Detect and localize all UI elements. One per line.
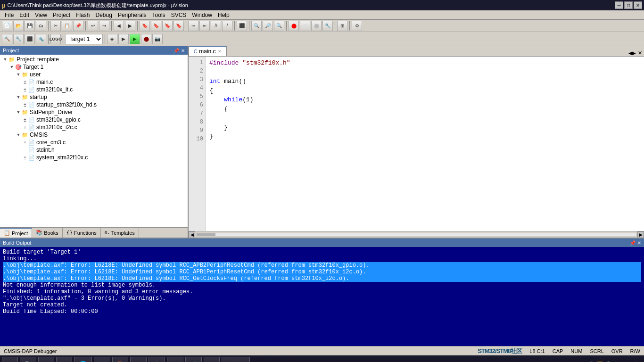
tree-item-stdint[interactable]: 📄 stdint.h [1, 146, 187, 154]
hscroll-track[interactable] [196, 233, 636, 237]
close-button[interactable]: ✕ [634, 1, 642, 9]
tb-uncomment[interactable]: / [222, 21, 232, 31]
tb-circle1[interactable]: ⬤ [300, 21, 310, 31]
tb-bookmark2[interactable]: 🔖 [151, 21, 161, 31]
tb-bookmark3[interactable]: 🔖 [162, 21, 173, 31]
menu-file[interactable]: File [2, 11, 17, 19]
editor-close-icon[interactable]: ✕ [638, 50, 642, 56]
menu-project[interactable]: Project [50, 11, 73, 19]
taskbar-app1[interactable]: 📧 [130, 357, 147, 362]
editor-tab-scroll-right[interactable]: ▶ [632, 50, 636, 56]
tree-item-gpio[interactable]: ± 📄 stm32f10x_gpio.c [1, 116, 187, 123]
tb-debug-more[interactable]: 🔧 [322, 21, 333, 31]
tb-run-red[interactable]: ⬤ [289, 21, 299, 31]
maximize-button[interactable]: □ [624, 1, 633, 9]
tab-books[interactable]: 📚 Books [32, 228, 63, 238]
menu-peripherals[interactable]: Peripherals [115, 11, 149, 19]
tree-expand-systemstm32[interactable]: ± [22, 155, 28, 160]
editor-tab-close[interactable]: ✕ [218, 49, 222, 54]
taskbar-app2[interactable]: 💬 [149, 357, 165, 362]
tab-templates[interactable]: 0ₐ Templates [101, 228, 139, 238]
tree-expand-gpio[interactable]: ± [22, 117, 28, 123]
tb-cut[interactable]: ✂ [50, 21, 61, 31]
menu-debug[interactable]: Debug [93, 11, 115, 19]
tb-unindent[interactable]: ⇤ [199, 21, 210, 31]
build-output-close[interactable]: ✕ [637, 240, 641, 246]
menu-window[interactable]: Window [189, 11, 215, 19]
tb-comment[interactable]: // [211, 21, 221, 31]
tb-debug-start[interactable]: ▶ [130, 34, 140, 44]
tb-new[interactable]: 📄 [2, 21, 12, 31]
search-button[interactable]: 🔍 [20, 357, 36, 362]
tree-expand-stdperiph[interactable]: ▼ [15, 110, 22, 115]
tree-item-target1[interactable]: ▼ 🎯 Target 1 [1, 63, 187, 71]
tree-expand-target1[interactable]: ▼ [8, 65, 15, 69]
editor-tab-scroll-left[interactable]: ◀ [628, 50, 632, 56]
taskbar-word[interactable]: W [94, 357, 110, 362]
tb-search2[interactable]: 🔎 [263, 21, 273, 31]
tb-t1[interactable]: ◈ [107, 34, 117, 44]
tb-indent[interactable]: ⇥ [188, 21, 198, 31]
tree-item-stm32-it[interactable]: ± 📄 stm32f10x_it.c [1, 86, 187, 93]
tb-bookmark[interactable]: 🔖 [140, 21, 150, 31]
tab-functions[interactable]: {} Functions [63, 228, 101, 238]
tb-saveall[interactable]: 🗂 [36, 21, 46, 31]
tb-logo[interactable]: LOGO [50, 34, 61, 44]
tree-item-main-c[interactable]: ± 📄 main.c [1, 78, 187, 86]
tb-search[interactable]: 🔍 [251, 21, 262, 31]
tb-build1[interactable]: 🔨 [2, 34, 12, 44]
tree-expand-cmsis[interactable]: ▼ [15, 132, 22, 137]
tb-undo[interactable]: ↩ [88, 21, 98, 31]
tb-windows[interactable]: ⊞ [337, 21, 347, 31]
menu-svcs[interactable]: SVCS [168, 11, 190, 19]
tb-camera[interactable]: 📷 [152, 34, 163, 44]
tree-item-startup-folder[interactable]: ▼ 📁 startup [1, 93, 187, 101]
menu-edit[interactable]: Edit [17, 11, 32, 19]
tb-forward[interactable]: ▶ [125, 21, 135, 31]
project-panel-close[interactable]: ✕ [181, 48, 185, 53]
taskbar-app5[interactable]: ⬟ [204, 357, 220, 362]
tree-item-i2c[interactable]: ± 📄 stm32f10x_i2c.c [1, 123, 187, 131]
tree-expand-user[interactable]: ▼ [15, 72, 22, 77]
tree-expand-i2c[interactable]: ± [22, 125, 28, 130]
taskbar-ppt[interactable]: P [112, 357, 128, 362]
tree-expand-root[interactable]: ▼ [2, 57, 8, 62]
tb-save[interactable]: 💾 [25, 21, 35, 31]
tree-expand-startupfile[interactable]: ± [22, 102, 28, 107]
build-output-pin[interactable]: 📌 [630, 240, 636, 246]
taskbar-app3[interactable]: 📷 [167, 357, 183, 362]
tb-search3[interactable]: 🔍 [274, 21, 284, 31]
tree-expand-startup[interactable]: ▼ [15, 95, 22, 99]
tree-item-project-root[interactable]: ▼ 📁 Project: template [1, 56, 187, 63]
tb-settings[interactable]: ⚙ [352, 21, 362, 31]
hscroll-thumb[interactable] [197, 233, 215, 236]
menu-view[interactable]: View [32, 11, 50, 19]
tree-expand-mainc[interactable]: ± [22, 80, 28, 85]
tb-bookmark4[interactable]: 🔖 [173, 21, 184, 31]
editor-tab-main-c[interactable]: C main.c ✕ [189, 46, 227, 56]
tree-item-core-cm3[interactable]: ± 📄 core_cm3.c [1, 139, 187, 146]
taskbar-uvision[interactable]: µVision [222, 357, 250, 362]
taskbar-edge[interactable]: 🌐 [74, 357, 92, 362]
tb-copy[interactable]: 📋 [62, 21, 72, 31]
tree-item-startup-file[interactable]: ± 📄 startup_stm32f10x_hd.s [1, 101, 187, 108]
target-dropdown[interactable]: Target 1 [65, 34, 103, 44]
hscroll-right[interactable]: ▶ [637, 231, 644, 238]
tree-expand-stm32it[interactable]: ± [22, 87, 28, 92]
tb-redo[interactable]: ↪ [99, 21, 109, 31]
tb-extern1[interactable]: ⬛ [237, 21, 247, 31]
tree-expand-corecm3[interactable]: ± [22, 140, 28, 145]
tb-paste[interactable]: 📌 [73, 21, 83, 31]
tb-back[interactable]: ◀ [114, 21, 124, 31]
menu-help[interactable]: Help [215, 11, 232, 19]
code-content[interactable]: #include "stm32f10x.h" int main() { whil… [206, 57, 644, 231]
tree-item-stdperiph[interactable]: ▼ 📁 StdPeriph_Driver [1, 108, 187, 116]
tb-circle2[interactable]: ⬤ [311, 21, 322, 31]
tb-run-full[interactable]: ⬤ [141, 34, 151, 44]
code-editor[interactable]: 1 2 3 4 5 6 7 8 9 10 #include "stm32f10x… [189, 57, 644, 231]
menu-tools[interactable]: Tools [149, 11, 168, 19]
taskbar-file-explorer[interactable]: 🗂 [56, 357, 72, 362]
tab-project[interactable]: 📋 Project [0, 228, 32, 238]
task-view-button[interactable]: ⧉ [38, 357, 54, 362]
tb-build4[interactable]: 🔩 [36, 34, 46, 44]
